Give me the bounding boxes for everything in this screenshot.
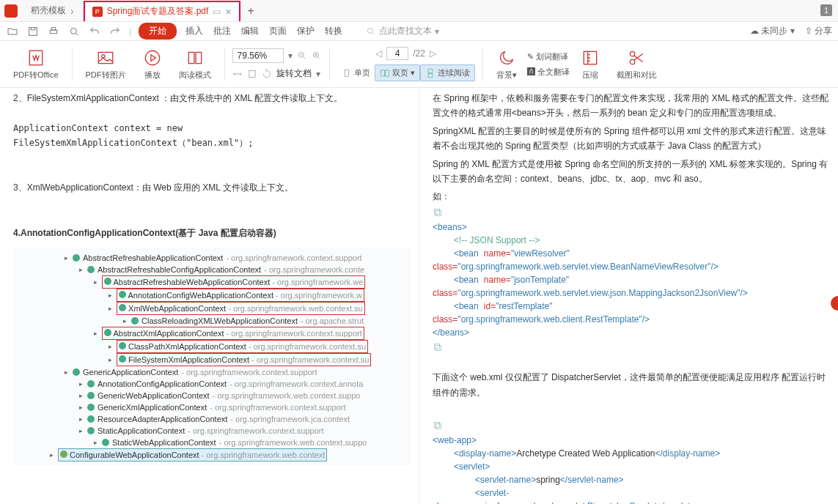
paragraph: 如： <box>433 189 831 204</box>
compress-button[interactable]: 压缩 <box>574 48 606 81</box>
tree-row: ▸ GenericWebApplicationContext - org.spr… <box>35 390 408 401</box>
copy-icon[interactable] <box>433 342 443 352</box>
prev-page-icon[interactable]: ◁ <box>375 48 382 59</box>
document-viewport: 2、FileSystemXmlApplicationContext ：由文件系统… <box>0 88 838 504</box>
menu-protect[interactable]: 保护 <box>295 25 316 37</box>
xml-code-block: <web-app> <display-name>Archetype Create… <box>433 434 831 504</box>
svg-rect-11 <box>249 70 254 77</box>
pdf-page-left: 2、FileSystemXmlApplicationContext ：由文件系统… <box>0 88 419 504</box>
paragraph: 2、FileSystemXmlApplicationContext ：由文件系统… <box>13 91 411 105</box>
fit-page-icon[interactable] <box>247 69 257 79</box>
word-translate-button[interactable]: ✎ 划词翻译 <box>527 51 570 62</box>
search-input[interactable]: 点此查找文本 ▾ <box>366 25 439 37</box>
svg-rect-14 <box>385 70 389 75</box>
menu-start[interactable]: 开始 <box>139 23 177 40</box>
read-mode-button[interactable]: 阅读模式 <box>173 48 217 81</box>
tree-row: ▸ AnnotationConfigApplicationContext - o… <box>35 378 408 390</box>
page-total: /22 <box>413 48 425 59</box>
zoom-in-icon[interactable] <box>312 51 322 61</box>
page-current-input[interactable]: 4 <box>386 47 408 60</box>
paragraph: Spring 的 XML 配置方式是使用被 Spring 命名空间的所支持的一系… <box>433 157 831 187</box>
svg-rect-23 <box>434 344 439 349</box>
print-icon[interactable] <box>47 25 60 38</box>
tree-row: ▸ AnnotationConfigWebApplicationContext … <box>35 289 408 302</box>
undo-icon[interactable] <box>88 25 101 38</box>
zoom-input[interactable]: 79.56% <box>232 48 284 63</box>
play-button[interactable]: 播放 <box>136 48 169 81</box>
paragraph: 下面这个 web.xml 仅仅配置了 DispatcherServlet，这件最… <box>433 370 831 400</box>
pdf-to-office-button[interactable]: PDF转Office <box>7 48 65 81</box>
svg-rect-16 <box>428 73 433 77</box>
copy-icon[interactable] <box>433 207 443 218</box>
paragraph: 3、XmlWebApplicationContext：由 Web 应用的 XML… <box>13 180 411 195</box>
redo-icon[interactable] <box>109 25 122 38</box>
zoom-dropdown-icon[interactable]: ▾ <box>288 51 293 61</box>
menu-page[interactable]: 页面 <box>268 25 288 37</box>
svg-point-8 <box>145 51 160 65</box>
play-icon <box>142 48 163 68</box>
zoom-out-icon[interactable] <box>297 51 307 61</box>
screenshot-compare-button[interactable]: 截图和对比 <box>611 48 663 81</box>
sync-button[interactable]: ☁ 未同步 ▾ <box>750 25 795 37</box>
svg-point-3 <box>70 28 76 34</box>
menu-insert[interactable]: 插入 <box>184 25 205 37</box>
svg-rect-13 <box>381 70 384 75</box>
ribbon-toolbar: PDF转Office PDF转图片 播放 阅读模式 79.56% ▾ 旋转文档▾… <box>0 41 838 88</box>
paragraph: 4.AnnotationConfigApplicationContext(基于 … <box>13 226 411 240</box>
tab-label: 稻壳模板 <box>31 4 66 17</box>
fulltext-translate-button[interactable]: 🅰 全文翻译 <box>527 67 570 78</box>
save-icon[interactable] <box>26 25 40 38</box>
share-button[interactable]: ⇧ 分享 <box>805 25 832 37</box>
pdf-to-image-button[interactable]: PDF转图片 <box>80 48 132 81</box>
xml-code-block: <beans> <!-- JSON Support --> <bean name… <box>433 220 831 339</box>
svg-rect-25 <box>434 423 439 428</box>
image-icon <box>95 48 116 68</box>
next-page-icon[interactable]: ▷ <box>430 48 436 59</box>
svg-rect-2 <box>51 27 55 29</box>
paragraph: 在 Spring 框架中，依赖和服务需要在专门的配置文件来实现，我常用的 XML… <box>433 91 831 121</box>
tree-row: ▸ GenericXmlApplicationContext - org.spr… <box>35 401 408 413</box>
tree-row: ▸ StaticApplicationContext - org.springf… <box>35 425 408 437</box>
svg-rect-22 <box>436 345 441 350</box>
moon-icon <box>496 48 517 68</box>
svg-rect-15 <box>428 69 433 73</box>
side-handle-icon[interactable] <box>831 296 838 311</box>
tree-row: ▸ ClassReloadingXMLWebApplicationContext… <box>35 315 408 327</box>
close-icon[interactable]: × <box>225 6 231 18</box>
paragraph: SpringXML 配置的主要目的时候是使所有的 Spring 组件都可以用 x… <box>433 124 831 154</box>
open-icon[interactable] <box>6 25 19 38</box>
menu-annotate[interactable]: 批注 <box>212 25 232 37</box>
quick-access-bar: | 开始 插入 批注 编辑 页面 保护 转换 点此查找文本 ▾ ☁ 未同步 ▾ … <box>0 22 838 41</box>
tree-row: ▸ XmlWebApplicationContext - org.springf… <box>35 302 408 315</box>
tree-row: ▸ ResourceAdapterApplicationContext - or… <box>35 413 408 425</box>
svg-rect-6 <box>98 52 113 63</box>
search-placeholder: 点此查找文本 <box>379 25 432 37</box>
window-restore-icon[interactable]: ▭ <box>213 7 221 17</box>
svg-rect-1 <box>50 30 56 34</box>
tab-templates[interactable]: 稻壳模板› <box>22 1 84 21</box>
menu-convert[interactable]: 转换 <box>323 25 344 37</box>
fit-width-icon[interactable] <box>232 69 243 79</box>
svg-rect-21 <box>434 209 439 214</box>
rotate-icon[interactable] <box>262 69 272 79</box>
tab-active-pdf[interactable]: P Spring面试专题及答案.pdf ▭ × <box>84 1 240 21</box>
double-page-button[interactable]: 双页▾ <box>375 64 420 81</box>
pdf-icon: P <box>92 7 103 17</box>
continuous-button[interactable]: 连续阅读 <box>420 64 475 81</box>
code-line: ApplicationContext context = new <box>13 121 411 136</box>
tree-row: ▸ StaticWebApplicationContext - org.spri… <box>35 437 408 448</box>
code-line: FileSystemXmlApplicationContext（"bean.xm… <box>13 136 411 150</box>
rotate-label: 旋转文档 <box>276 67 312 80</box>
menu-edit[interactable]: 编辑 <box>240 25 260 37</box>
class-hierarchy-tree: ▸ AbstractRefreshableApplicationContext … <box>13 248 411 466</box>
copy-icon[interactable] <box>433 420 443 431</box>
tree-row: ▸ GenericApplicationContext - org.spring… <box>35 366 408 378</box>
right-actions: ☁ 未同步 ▾ ⇧ 分享 <box>750 25 832 37</box>
scissors-icon <box>626 48 647 68</box>
pdf-page-right: 在 Spring 框架中，依赖和服务需要在专门的配置文件来实现，我常用的 XML… <box>419 88 838 504</box>
background-button[interactable]: 背景▾ <box>490 48 523 81</box>
preview-icon[interactable] <box>67 25 81 38</box>
zoom-controls: 79.56% ▾ <box>232 48 322 63</box>
new-tab-button[interactable]: + <box>240 4 262 18</box>
single-page-button[interactable]: 单页 <box>337 65 375 81</box>
